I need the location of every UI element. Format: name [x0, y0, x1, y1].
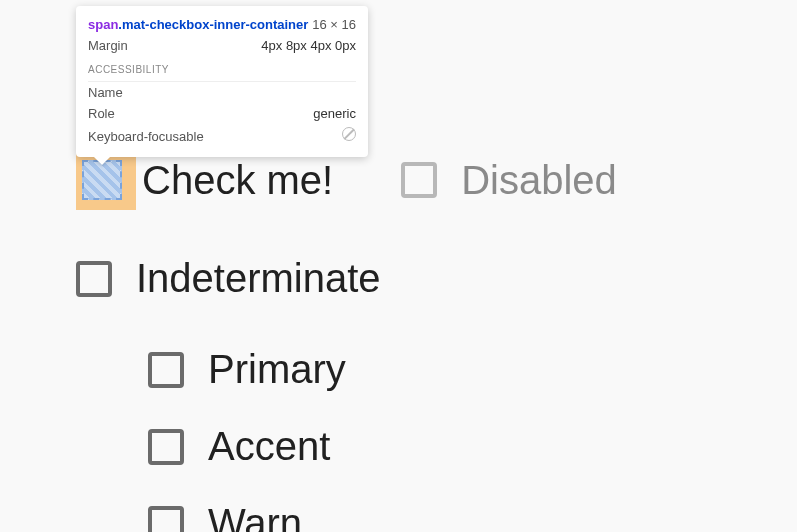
- checkbox-demo-area: Check me! Disabled Indeterminate Primary…: [76, 150, 617, 532]
- tooltip-a11y-role-label: Role: [88, 106, 115, 121]
- checkbox-box-icon: [401, 162, 437, 198]
- checkbox-warn[interactable]: Warn: [148, 501, 302, 532]
- tooltip-margin-label: Margin: [88, 38, 128, 53]
- checkbox-primary[interactable]: Primary: [148, 347, 346, 392]
- checkbox-label-accent: Accent: [208, 424, 330, 469]
- checkbox-indeterminate[interactable]: Indeterminate: [76, 256, 381, 301]
- checkbox-box-icon: [148, 352, 184, 388]
- devtools-element-tooltip: span.mat-checkbox-inner-container 16 × 1…: [76, 6, 368, 157]
- checkbox-label-check-me: Check me!: [142, 158, 333, 203]
- tooltip-margin-value: 4px 8px 4px 0px: [261, 38, 356, 53]
- inspector-content-highlight: [82, 160, 122, 200]
- checkbox-label-warn: Warn: [208, 501, 302, 532]
- checkbox-label-primary: Primary: [208, 347, 346, 392]
- tooltip-a11y-name-label: Name: [88, 85, 123, 100]
- not-focusable-icon: [342, 127, 356, 141]
- checkbox-box-icon: [148, 506, 184, 533]
- checkbox-box-icon: [148, 429, 184, 465]
- tooltip-dimensions: 16 × 16: [312, 17, 356, 32]
- tooltip-accessibility-heading: ACCESSIBILITY: [88, 56, 356, 77]
- tooltip-a11y-focus-label: Keyboard-focusable: [88, 129, 204, 144]
- checkbox-label-indeterminate: Indeterminate: [136, 256, 381, 301]
- checkbox-label-disabled: Disabled: [461, 158, 617, 203]
- checkbox-accent[interactable]: Accent: [148, 424, 330, 469]
- tooltip-selector: span.mat-checkbox-inner-container: [88, 17, 308, 32]
- checkbox-disabled: Disabled: [401, 158, 617, 203]
- checkbox-check-me[interactable]: Check me!: [76, 150, 333, 210]
- tooltip-a11y-role-value: generic: [313, 106, 356, 121]
- checkbox-box-icon: [76, 261, 112, 297]
